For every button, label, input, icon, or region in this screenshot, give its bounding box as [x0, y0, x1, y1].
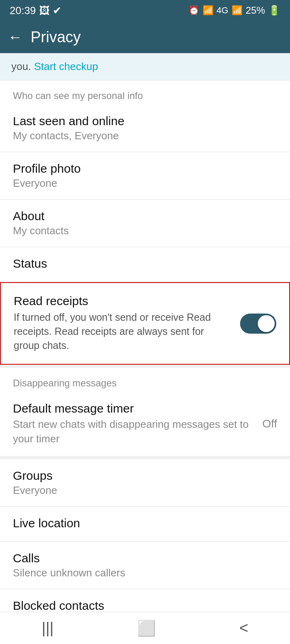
battery-display: 25% [246, 5, 265, 16]
disappearing-messages-header: Disappearing messages [0, 368, 290, 392]
groups-subtitle: Everyone [13, 484, 277, 497]
signal-bars-icon: 📶 [232, 5, 242, 16]
checkup-banner[interactable]: you. Start checkup [0, 53, 290, 80]
groups-item[interactable]: Groups Everyone [0, 459, 290, 506]
last-seen-title: Last seen and online [13, 114, 277, 128]
nav-menu-button[interactable]: ||| [26, 615, 70, 641]
status-left: 20:39 🖼 ✔ [10, 4, 62, 17]
status-bar: 20:39 🖼 ✔ ⏰ 📶 4G 📶 25% 🔋 [0, 0, 290, 21]
about-item[interactable]: About My contacts [0, 200, 290, 247]
thick-divider-1 [0, 365, 290, 368]
back-button[interactable]: ← [8, 29, 23, 45]
profile-photo-subtitle: Everyone [13, 177, 277, 190]
nav-bar: ||| ⬜ < [0, 612, 290, 644]
live-location-item[interactable]: Live location [0, 507, 290, 541]
gallery-icon: 🖼 [39, 4, 50, 17]
read-receipts-item[interactable]: Read receipts If turned off, you won't s… [0, 282, 290, 365]
network-4g-icon: 4G [217, 5, 228, 16]
calls-item[interactable]: Calls Silence unknown callers [0, 542, 290, 589]
read-receipts-description: If turned off, you won't send or receive… [14, 310, 230, 353]
status-title: Status [13, 257, 277, 270]
read-receipts-text: Read receipts If turned off, you won't s… [14, 294, 230, 353]
thick-divider-2 [0, 456, 290, 459]
wifi-icon: 📶 [203, 5, 213, 16]
profile-photo-item[interactable]: Profile photo Everyone [0, 152, 290, 199]
personal-info-section-header: Who can see my personal info [0, 80, 290, 105]
nav-back-button[interactable]: < [223, 615, 264, 641]
page-title: Privacy [31, 29, 81, 46]
nav-home-button[interactable]: ⬜ [121, 615, 172, 641]
checkup-text: you. [11, 60, 34, 72]
timer-title: Default message timer [13, 402, 256, 415]
blocked-contacts-title: Blocked contacts [13, 599, 277, 613]
last-seen-subtitle: My contacts, Everyone [13, 130, 277, 142]
calls-title: Calls [13, 551, 277, 565]
app-bar: ← Privacy [0, 21, 290, 53]
about-title: About [13, 209, 277, 223]
read-receipts-toggle[interactable] [240, 314, 276, 334]
last-seen-item[interactable]: Last seen and online My contacts, Everyo… [0, 105, 290, 152]
timer-value: Off [262, 417, 277, 430]
battery-icon: 🔋 [268, 5, 280, 16]
groups-title: Groups [13, 469, 277, 483]
start-checkup-link[interactable]: Start checkup [34, 60, 98, 72]
calls-subtitle: Silence unknown callers [13, 567, 277, 579]
toggle-knob [258, 315, 275, 332]
alarm-icon: ⏰ [188, 5, 199, 16]
status-item[interactable]: Status [0, 247, 290, 282]
timer-item-text: Default message timer Start new chats wi… [13, 402, 256, 446]
check-icon: ✔ [53, 4, 62, 17]
profile-photo-title: Profile photo [13, 162, 277, 175]
live-location-title: Live location [13, 516, 277, 530]
about-subtitle: My contacts [13, 225, 277, 237]
default-message-timer-item[interactable]: Default message timer Start new chats wi… [0, 392, 290, 456]
read-receipts-title: Read receipts [14, 294, 230, 308]
status-right: ⏰ 📶 4G 📶 25% 🔋 [188, 5, 280, 16]
time-display: 20:39 [10, 4, 36, 17]
timer-subtitle: Start new chats with disappearing messag… [13, 417, 256, 446]
